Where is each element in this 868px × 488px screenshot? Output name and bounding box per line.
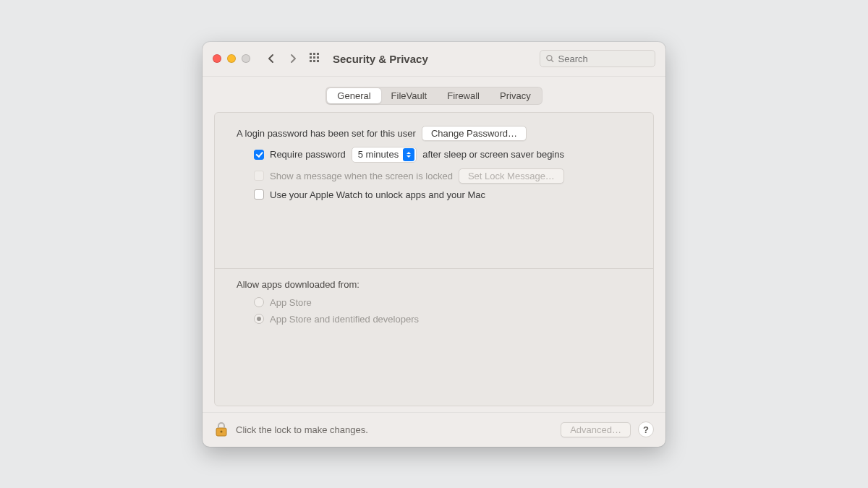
svg-point-12	[221, 431, 223, 433]
svg-rect-7	[313, 60, 315, 62]
apple-watch-unlock-label: Use your Apple Watch to unlock apps and …	[270, 189, 485, 200]
radio-identified-devs	[254, 314, 264, 324]
tab-privacy[interactable]: Privacy	[490, 88, 541, 103]
general-pane: A login password has been set for this u…	[214, 112, 654, 406]
tab-general[interactable]: General	[327, 88, 380, 103]
tab-bar: General FileVault Firewall Privacy	[326, 87, 542, 105]
lock-hint-text: Click the lock to make changes.	[236, 424, 368, 435]
svg-rect-3	[310, 56, 312, 59]
svg-rect-0	[310, 53, 312, 55]
zoom-window-button[interactable]	[242, 54, 250, 63]
footer: Click the lock to make changes. Advanced…	[203, 412, 665, 447]
radio-appstore	[254, 297, 264, 307]
require-password-label: Require password	[270, 149, 346, 160]
svg-rect-1	[313, 53, 315, 55]
set-lock-message-button: Set Lock Message…	[459, 168, 564, 184]
svg-rect-5	[317, 56, 319, 59]
require-password-suffix: after sleep or screen saver begins	[422, 149, 564, 160]
grid-icon	[310, 53, 321, 64]
show-lock-message-checkbox	[254, 171, 264, 181]
require-password-checkbox[interactable]	[254, 150, 264, 160]
chevron-left-icon	[268, 53, 275, 64]
advanced-button[interactable]: Advanced…	[561, 422, 631, 437]
allow-apps-heading: Allow apps downloaded from:	[237, 279, 634, 290]
require-password-delay-value: 5 minutes	[358, 149, 399, 160]
svg-rect-4	[313, 56, 315, 59]
chevron-right-icon	[289, 53, 297, 64]
back-button[interactable]	[263, 48, 279, 69]
lock-button[interactable]	[214, 421, 229, 437]
radio-identified-devs-label: App Store and identified developers	[270, 314, 419, 325]
minimize-window-button[interactable]	[227, 54, 236, 63]
titlebar: Security & Privacy	[203, 42, 665, 77]
help-button[interactable]: ?	[638, 421, 654, 437]
radio-appstore-label: App Store	[270, 297, 312, 308]
window-title: Security & Privacy	[333, 53, 428, 65]
close-window-button[interactable]	[213, 54, 221, 63]
traffic-lights	[213, 54, 250, 63]
svg-rect-8	[317, 60, 319, 62]
stepper-icon	[403, 148, 414, 161]
apple-watch-unlock-checkbox[interactable]	[254, 189, 264, 200]
tab-filevault[interactable]: FileVault	[381, 88, 438, 103]
svg-line-10	[551, 60, 553, 62]
change-password-button[interactable]: Change Password…	[422, 126, 527, 141]
search-field[interactable]	[540, 50, 655, 67]
preferences-window: Security & Privacy General FileVault Fir…	[203, 42, 665, 447]
login-password-label: A login password has been set for this u…	[237, 128, 416, 139]
body: General FileVault Firewall Privacy A log…	[203, 77, 665, 412]
show-lock-message-label: Show a message when the screen is locked	[270, 171, 453, 181]
svg-rect-6	[310, 60, 312, 62]
lock-icon	[214, 421, 229, 437]
svg-rect-2	[317, 53, 319, 55]
show-all-prefs-button[interactable]	[310, 53, 321, 64]
search-icon	[546, 54, 554, 63]
tab-firewall[interactable]: Firewall	[437, 88, 490, 103]
search-input[interactable]	[558, 53, 649, 64]
require-password-delay-select[interactable]: 5 minutes	[352, 147, 417, 163]
divider	[215, 268, 653, 269]
forward-button[interactable]	[285, 48, 301, 69]
